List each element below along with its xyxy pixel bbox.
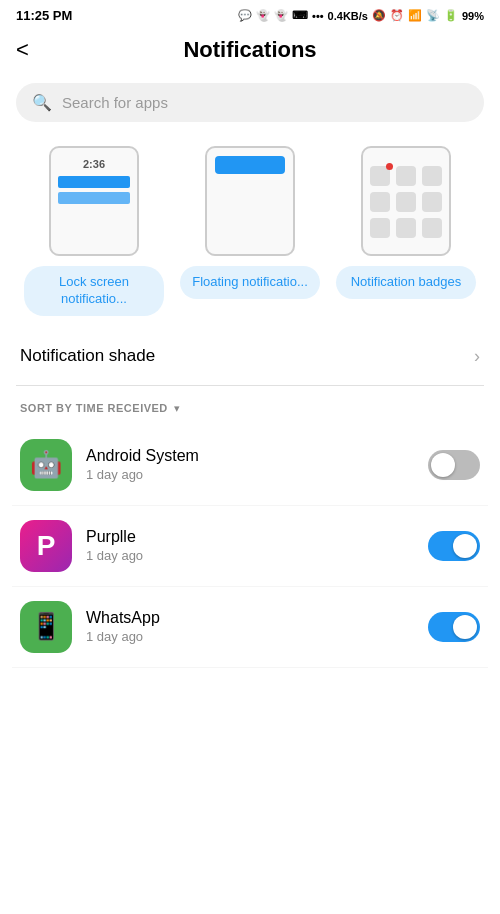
whatsapp-icon: 📱 <box>20 601 72 653</box>
app-item-purplle[interactable]: P Purplle 1 day ago <box>12 506 488 587</box>
app-item-whatsapp[interactable]: 📱 WhatsApp 1 day ago <box>12 587 488 668</box>
dots-icon: ••• <box>312 10 324 22</box>
floating-notif-card[interactable]: Floating notificatio... <box>180 146 320 316</box>
signal-icon: 📶 <box>408 9 422 22</box>
whatsapp-status-icon: 💬 <box>238 9 252 22</box>
search-bar[interactable]: 🔍 Search for apps <box>16 83 484 122</box>
floating-illustration <box>205 146 295 256</box>
purplle-time: 1 day ago <box>86 548 428 563</box>
android-system-name: Android System <box>86 447 428 465</box>
android-system-info: Android System 1 day ago <box>86 447 428 482</box>
badges-card[interactable]: Notification badges <box>336 146 476 316</box>
purplle-info: Purplle 1 day ago <box>86 528 428 563</box>
purplle-toggle[interactable] <box>428 531 480 561</box>
whatsapp-toggle[interactable] <box>428 612 480 642</box>
notification-shade-row[interactable]: Notification shade › <box>0 328 500 385</box>
purplle-name: Purplle <box>86 528 428 546</box>
floating-label: Floating notificatio... <box>180 266 320 299</box>
battery-percent: 99% <box>462 10 484 22</box>
badges-illustration <box>361 146 451 256</box>
lock-screen-label: Lock screen notificatio... <box>24 266 164 316</box>
status-bar: 11:25 PM 💬 👻 👻 ⌨ ••• 0.4KB/s 🔕 ⏰ 📶 📡 🔋 9… <box>0 0 500 27</box>
page-header: < Notifications <box>0 27 500 77</box>
chevron-right-icon: › <box>474 346 480 367</box>
lock-screen-illustration: 2:36 <box>49 146 139 256</box>
purplle-icon: P <box>20 520 72 572</box>
badges-label: Notification badges <box>336 266 476 299</box>
android-face-icon: 🤖 <box>30 449 62 480</box>
notif-type-cards: 2:36 Lock screen notificatio... Floating… <box>0 138 500 328</box>
status-icons: 💬 👻 👻 ⌨ ••• 0.4KB/s 🔕 ⏰ 📶 📡 🔋 99% <box>238 9 484 22</box>
toggle-thumb <box>431 453 455 477</box>
mute-icon: 🔕 <box>372 9 386 22</box>
sort-label: SORT BY TIME RECEIVED <box>20 402 168 414</box>
android-system-icon: 🤖 <box>20 439 72 491</box>
android-system-toggle[interactable] <box>428 450 480 480</box>
sort-header[interactable]: SORT BY TIME RECEIVED ▾ <box>0 386 500 425</box>
snapchat-icon: 👻 <box>256 9 270 22</box>
search-container: 🔍 Search for apps <box>0 77 500 138</box>
android-system-time: 1 day ago <box>86 467 428 482</box>
keyboard-icon: ⌨ <box>292 9 308 22</box>
whatsapp-info: WhatsApp 1 day ago <box>86 609 428 644</box>
whatsapp-name: WhatsApp <box>86 609 428 627</box>
notification-shade-label: Notification shade <box>20 346 155 366</box>
lock-screen-card[interactable]: 2:36 Lock screen notificatio... <box>24 146 164 316</box>
page-title: Notifications <box>183 37 316 63</box>
whatsapp-logo-icon: 📱 <box>30 611 62 642</box>
status-time: 11:25 PM <box>16 8 72 23</box>
wifi-icon: 📡 <box>426 9 440 22</box>
app-item-android-system[interactable]: 🤖 Android System 1 day ago <box>12 425 488 506</box>
app-list: 🤖 Android System 1 day ago P Purplle 1 d… <box>0 425 500 668</box>
snapchat2-icon: 👻 <box>274 9 288 22</box>
network-speed: 0.4KB/s <box>328 10 368 22</box>
battery-icon: 🔋 <box>444 9 458 22</box>
toggle-thumb <box>453 615 477 639</box>
back-button[interactable]: < <box>16 37 29 63</box>
search-input[interactable]: Search for apps <box>62 94 168 111</box>
whatsapp-time: 1 day ago <box>86 629 428 644</box>
purplle-letter: P <box>37 530 56 562</box>
toggle-thumb <box>453 534 477 558</box>
sort-dropdown-icon: ▾ <box>174 402 180 415</box>
search-icon: 🔍 <box>32 93 52 112</box>
alarm-icon: ⏰ <box>390 9 404 22</box>
